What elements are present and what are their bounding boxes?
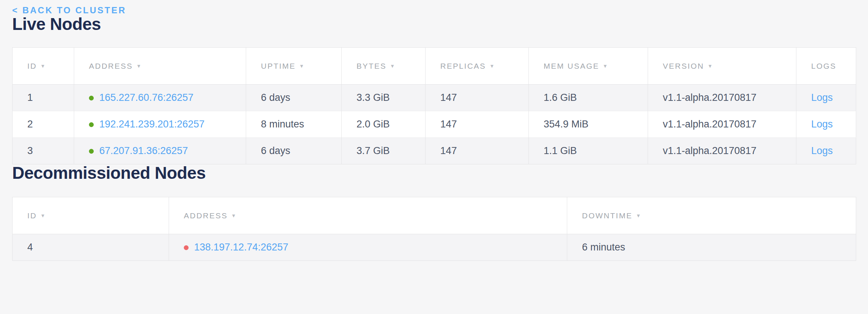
- cell-uptime: 6 days: [246, 85, 342, 111]
- column-header-mem-usage[interactable]: MEM USAGE▾: [529, 48, 648, 85]
- logs-link[interactable]: Logs: [811, 145, 833, 156]
- node-address-link[interactable]: 67.207.91.36:26257: [99, 145, 188, 156]
- sort-arrow-icon: ▾: [232, 212, 236, 219]
- node-address-link[interactable]: 192.241.239.201:26257: [99, 119, 204, 130]
- cell-logs: Logs: [796, 138, 856, 164]
- cell-replicas: 147: [426, 111, 529, 138]
- table-row: 3 67.207.91.36:26257 6 days 3.7 GiB 147 …: [13, 138, 856, 164]
- cell-node-address: 192.241.239.201:26257: [74, 111, 246, 138]
- node-address-link[interactable]: 165.227.60.76:26257: [99, 92, 193, 103]
- cell-node-id: 1: [13, 85, 74, 111]
- sort-arrow-icon: ▾: [137, 63, 141, 69]
- logs-link[interactable]: Logs: [811, 92, 833, 103]
- column-header-replicas[interactable]: REPLICAS▾: [426, 48, 529, 85]
- cell-bytes: 3.3 GiB: [342, 85, 426, 111]
- decommissioned-status-dot-icon: [184, 245, 189, 250]
- column-header-id[interactable]: ID▾: [13, 48, 74, 85]
- cell-uptime: 8 minutes: [246, 111, 342, 138]
- cell-node-address: 67.207.91.36:26257: [74, 138, 246, 164]
- column-header-uptime[interactable]: UPTIME▾: [246, 48, 342, 85]
- cell-replicas: 147: [426, 85, 529, 111]
- decommissioned-nodes-table: ID▾ ADDRESS▾ DOWNTIME▾ 4 138.197.12.74:2…: [12, 197, 856, 261]
- cell-node-address: 165.227.60.76:26257: [74, 85, 246, 111]
- cell-uptime: 6 days: [246, 138, 342, 164]
- column-header-version[interactable]: VERSION▾: [648, 48, 796, 85]
- cell-downtime: 6 minutes: [567, 234, 856, 261]
- cell-bytes: 2.0 GiB: [342, 111, 426, 138]
- cell-node-address: 138.197.12.74:26257: [169, 234, 567, 261]
- cell-version: v1.1-alpha.20170817: [648, 111, 796, 138]
- cell-node-id: 4: [13, 234, 169, 261]
- sort-arrow-icon: ▾: [709, 63, 713, 69]
- live-status-dot-icon: [89, 96, 94, 100]
- live-nodes-table: ID▾ ADDRESS▾ UPTIME▾ BYTES▾ REPLICAS▾ ME…: [12, 47, 856, 164]
- cell-version: v1.1-alpha.20170817: [648, 138, 796, 164]
- cell-mem-usage: 1.1 GiB: [529, 138, 648, 164]
- node-address-link[interactable]: 138.197.12.74:26257: [194, 242, 288, 253]
- table-row: 1 165.227.60.76:26257 6 days 3.3 GiB 147…: [13, 85, 856, 111]
- cell-replicas: 147: [426, 138, 529, 164]
- sort-arrow-icon: ▾: [490, 63, 495, 69]
- sort-arrow-icon: ▾: [300, 63, 304, 69]
- column-header-downtime[interactable]: DOWNTIME▾: [567, 197, 856, 234]
- table-row: 2 192.241.239.201:26257 8 minutes 2.0 Gi…: [13, 111, 856, 138]
- header-row: ID▾ ADDRESS▾ DOWNTIME▾: [13, 197, 856, 234]
- column-header-logs: LOGS: [796, 48, 856, 85]
- header-row: ID▾ ADDRESS▾ UPTIME▾ BYTES▾ REPLICAS▾ ME…: [13, 48, 856, 85]
- sort-arrow-icon: ▾: [604, 63, 608, 69]
- decommissioned-nodes-title: Decommissioned Nodes: [12, 164, 856, 181]
- back-to-cluster-link[interactable]: < BACK TO CLUSTER: [12, 5, 126, 16]
- live-nodes-title: Live Nodes: [12, 16, 856, 33]
- cell-version: v1.1-alpha.20170817: [648, 85, 796, 111]
- sort-arrow-icon: ▾: [41, 63, 45, 69]
- sort-arrow-icon: ▾: [391, 63, 395, 69]
- logs-link[interactable]: Logs: [811, 119, 833, 130]
- cell-mem-usage: 354.9 MiB: [529, 111, 648, 138]
- table-row: 4 138.197.12.74:26257 6 minutes: [13, 234, 856, 261]
- cell-logs: Logs: [796, 85, 856, 111]
- column-header-id[interactable]: ID▾: [13, 197, 169, 234]
- column-header-address[interactable]: ADDRESS▾: [169, 197, 567, 234]
- sort-arrow-icon: ▾: [41, 212, 45, 219]
- live-status-dot-icon: [89, 122, 94, 127]
- cell-node-id: 2: [13, 111, 74, 138]
- live-status-dot-icon: [89, 149, 94, 154]
- cell-node-id: 3: [13, 138, 74, 164]
- cell-logs: Logs: [796, 111, 856, 138]
- nodes-page: < BACK TO CLUSTER Live Nodes ID▾ ADDRESS…: [0, 0, 868, 261]
- column-header-bytes[interactable]: BYTES▾: [342, 48, 426, 85]
- column-header-address[interactable]: ADDRESS▾: [74, 48, 246, 85]
- cell-mem-usage: 1.6 GiB: [529, 85, 648, 111]
- cell-bytes: 3.7 GiB: [342, 138, 426, 164]
- sort-arrow-icon: ▾: [637, 212, 641, 219]
